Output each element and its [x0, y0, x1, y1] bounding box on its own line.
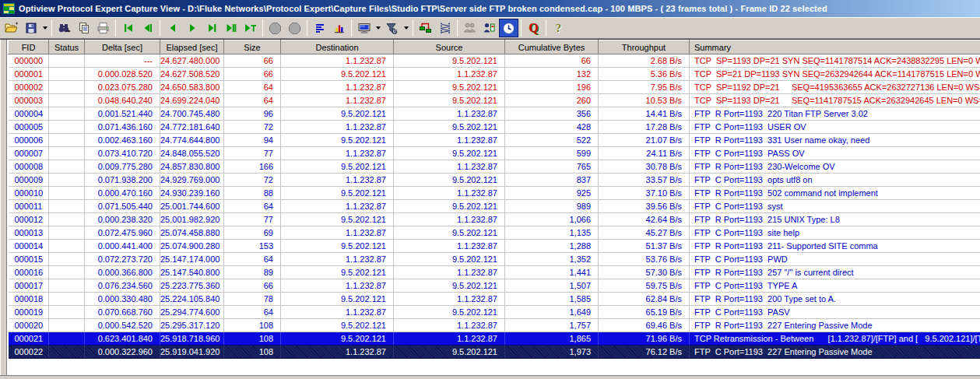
monitor-view-dropdown-button[interactable]: [374, 19, 382, 37]
cell-elapsed[interactable]: 25.001.982.920: [160, 213, 224, 226]
cell-source[interactable]: 1.1.232.87: [394, 240, 505, 253]
cell-summary[interactable]: FTP C Port=1193 TYPE A: [690, 279, 980, 293]
statistics-view-button[interactable]: [329, 19, 349, 37]
cell-summary[interactable]: FTP C Port=1193 opts utf8 on: [690, 174, 980, 187]
cell-fid[interactable]: 000011: [9, 200, 49, 213]
cell-summary[interactable]: FTP C Port=1193 syst: [690, 200, 980, 213]
cell-status[interactable]: [49, 240, 85, 253]
cell-summary[interactable]: TCP SP=21 DP=1193 SYN SEQ=2632942644 ACK…: [690, 68, 980, 81]
cell-source[interactable]: 9.5.202.121: [394, 346, 505, 359]
cell-summary[interactable]: FTP R Port=1193 200 Type set to A.: [690, 293, 980, 306]
goto-trigger-frame-button[interactable]: [241, 19, 260, 37]
cell-source[interactable]: 1.1.232.87: [394, 213, 505, 226]
cell-destination[interactable]: 1.1.232.87: [281, 346, 394, 359]
cell-elapsed[interactable]: 25.224.105.840: [160, 293, 224, 306]
cell-elapsed[interactable]: 24.772.181.640: [160, 121, 224, 134]
frame-row-000012[interactable]: 0000120.000.238.32025.001.982.920779.5.2…: [9, 213, 980, 226]
monitor-view-button[interactable]: [354, 19, 374, 37]
cell-summary[interactable]: FTP R Port=1193 227 Entering Passive Mod…: [690, 319, 980, 332]
cell-elapsed[interactable]: 24.930.239.160: [160, 187, 224, 200]
cell-summary[interactable]: FTP C Port=1193 227 Entering Passive Mod…: [690, 346, 980, 359]
cell-fid[interactable]: 000003: [9, 94, 49, 107]
cell-status[interactable]: [49, 200, 85, 213]
cell-throughput[interactable]: 21.07 B/s: [599, 134, 690, 147]
cell-delta[interactable]: 0.072.273.720: [85, 253, 160, 266]
cell-destination[interactable]: 1.1.232.87: [281, 54, 394, 68]
open-capture-button[interactable]: [2, 19, 21, 37]
cell-elapsed[interactable]: 24.627.480.000: [160, 54, 224, 68]
cell-status[interactable]: [49, 306, 85, 319]
goto-last-frame-button[interactable]: [221, 19, 241, 37]
cell-destination[interactable]: 9.5.202.121: [281, 187, 394, 200]
cell-fid[interactable]: 000016: [9, 266, 49, 279]
cell-cumulative-bytes[interactable]: 1,507: [505, 279, 599, 293]
cell-source[interactable]: 1.1.232.87: [394, 187, 505, 200]
cell-elapsed[interactable]: 24.857.830.800: [160, 160, 224, 174]
cell-status[interactable]: [49, 147, 85, 160]
cell-cumulative-bytes[interactable]: 1,066: [505, 213, 599, 226]
cell-fid[interactable]: 000017: [9, 279, 49, 293]
cell-fid[interactable]: 000012: [9, 213, 49, 226]
cell-destination[interactable]: 9.5.202.121: [281, 107, 394, 121]
cell-summary[interactable]: FTP C Port=1193 site help: [690, 226, 980, 240]
cell-source[interactable]: 1.1.232.87: [394, 319, 505, 332]
cell-size[interactable]: 89: [224, 266, 281, 279]
frame-row-000016[interactable]: 0000160.000.366.80025.147.540.800899.5.2…: [9, 266, 980, 279]
cell-summary[interactable]: FTP C Port=1193 PASV: [690, 306, 980, 319]
frame-row-000009[interactable]: 0000090.071.938.20024.929.769.000721.1.2…: [9, 174, 980, 187]
cell-size[interactable]: 78: [224, 293, 281, 306]
cell-delta[interactable]: 0.009.775.280: [85, 160, 160, 174]
cell-summary[interactable]: FTP R Port=1193 211- Supported SITE comm…: [690, 240, 980, 253]
cell-status[interactable]: [49, 121, 85, 134]
cell-throughput[interactable]: 65.19 B/s: [599, 306, 690, 319]
cell-fid[interactable]: 000008: [9, 160, 49, 174]
cell-throughput[interactable]: 7.95 B/s: [599, 81, 690, 94]
timing-view-button[interactable]: [499, 19, 518, 37]
cell-fid[interactable]: 000006: [9, 134, 49, 147]
cell-destination[interactable]: 1.1.232.87: [281, 147, 394, 160]
cell-cumulative-bytes[interactable]: 260: [505, 94, 599, 107]
cell-destination[interactable]: 1.1.232.87: [281, 226, 394, 240]
cell-size[interactable]: 64: [224, 253, 281, 266]
cell-status[interactable]: [49, 81, 85, 94]
cell-summary[interactable]: FTP R Port=1193 502 command not implemen…: [690, 187, 980, 200]
column-header-throughput[interactable]: Throughput: [599, 40, 690, 54]
cell-destination[interactable]: 1.1.232.87: [281, 94, 394, 107]
cell-summary[interactable]: FTP R Port=1193 257 "/" is current direc…: [690, 266, 980, 279]
cell-size[interactable]: 108: [224, 319, 281, 332]
cell-fid[interactable]: 000010: [9, 187, 49, 200]
frame-row-000018[interactable]: 0000180.000.330.48025.224.105.840789.5.2…: [9, 293, 980, 306]
cell-elapsed[interactable]: 24.929.769.000: [160, 174, 224, 187]
frame-row-000022[interactable]: 0000220.000.322.96025.919.041.9201081.1.…: [9, 346, 980, 359]
cell-throughput[interactable]: 14.41 B/s: [599, 107, 690, 121]
cell-delta[interactable]: 0.073.410.720: [85, 147, 160, 160]
cell-elapsed[interactable]: 25.919.041.920: [160, 346, 224, 359]
cell-elapsed[interactable]: 25.294.774.600: [160, 306, 224, 319]
cell-delta[interactable]: 0.023.075.280: [85, 81, 160, 94]
cell-throughput[interactable]: 62.84 B/s: [599, 293, 690, 306]
cell-delta[interactable]: 0.000.238.320: [85, 213, 160, 226]
frame-row-000003[interactable]: 0000030.048.640.24024.699.224.040641.1.2…: [9, 94, 980, 107]
cell-destination[interactable]: 1.1.232.87: [281, 174, 394, 187]
cell-destination[interactable]: 9.5.202.121: [281, 319, 394, 332]
next-frame-button[interactable]: [182, 19, 202, 37]
cell-size[interactable]: 96: [224, 107, 281, 121]
cell-status[interactable]: [49, 187, 85, 200]
cell-fid[interactable]: 000007: [9, 147, 49, 160]
cell-fid[interactable]: 000004: [9, 107, 49, 121]
cell-cumulative-bytes[interactable]: 1,757: [505, 319, 599, 332]
cell-destination[interactable]: 1.1.232.87: [281, 81, 394, 94]
cell-fid[interactable]: 000009: [9, 174, 49, 187]
cell-throughput[interactable]: 42.64 B/s: [599, 213, 690, 226]
cell-destination[interactable]: 1.1.232.87: [281, 253, 394, 266]
cell-delta[interactable]: 0.000.330.480: [85, 293, 160, 306]
cell-status[interactable]: [49, 266, 85, 279]
cell-destination[interactable]: 9.5.202.121: [281, 134, 394, 147]
cell-throughput[interactable]: 33.57 B/s: [599, 174, 690, 187]
frame-row-000010[interactable]: 0000100.000.470.16024.930.239.160889.5.2…: [9, 187, 980, 200]
frame-row-000021[interactable]: 0000210.623.401.84025.918.718.9601089.5.…: [9, 332, 980, 346]
cell-status[interactable]: [49, 253, 85, 266]
cell-throughput[interactable]: 17.28 B/s: [599, 121, 690, 134]
cell-cumulative-bytes[interactable]: 66: [505, 54, 599, 68]
cell-summary[interactable]: FTP R Port=1193 215 UNIX Type: L8: [690, 213, 980, 226]
